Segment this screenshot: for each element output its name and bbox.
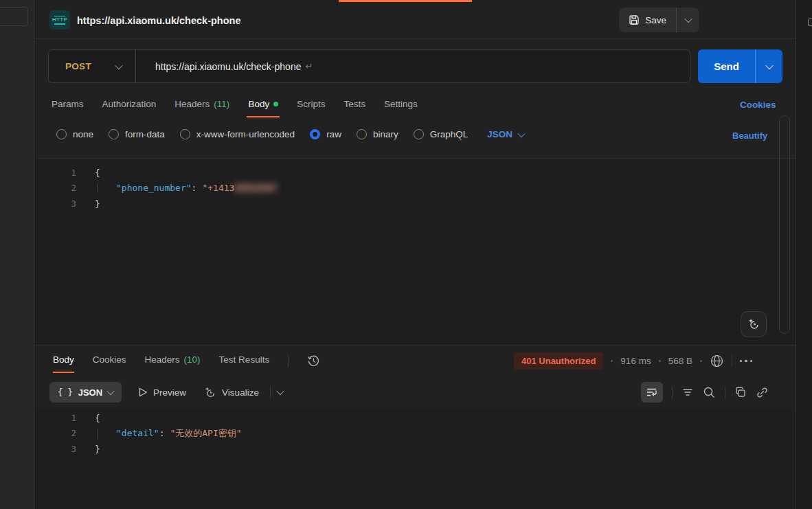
json-key: "phone_number" [116,183,192,193]
search-icon [703,386,716,399]
line-number: 3 [35,199,76,209]
line-number: 3 [35,444,76,454]
tab-tests[interactable]: Tests [343,99,365,112]
tab-label: Authorization [102,99,157,109]
chevron-down-icon [517,129,525,137]
divider [672,387,673,398]
visualize-button[interactable]: Visualize [203,386,259,399]
code-token: } [95,444,100,454]
radio-label: binary [373,129,398,139]
sidebar-collapsed-panel[interactable] [0,7,28,26]
right-sidebar [796,0,812,509]
copy-button[interactable] [734,386,747,398]
response-body-editor[interactable]: 1 { 2 "detail" : "无效的API密钥" 3 } [35,408,796,509]
tab-params[interactable]: Params [52,99,84,112]
tab-settings[interactable]: Settings [384,99,418,112]
bodytype-raw[interactable]: raw [310,129,341,139]
more-options-button[interactable] [740,360,753,363]
send-options-button[interactable] [755,49,782,83]
tab-label: Headers [145,354,180,365]
tab-label: Cookies [93,354,126,365]
bodytype-none[interactable]: none [56,129,93,139]
beautify-link[interactable]: Beautify [732,131,767,141]
send-button[interactable]: Send [698,49,782,83]
tab-label: Headers [174,99,210,109]
globe-icon [710,354,724,368]
chevron-down-icon [115,61,122,69]
format-selector[interactable]: JSON [487,129,524,139]
code-token: } [95,199,100,209]
response-tab-headers[interactable]: Headers(10) [145,354,201,367]
save-button[interactable]: Save [619,8,699,32]
save-button-label: Save [645,15,666,25]
chevron-down-icon [106,387,114,395]
preview-button[interactable]: Preview [139,387,186,398]
network-info-button[interactable] [710,354,724,368]
chevron-down-icon [765,61,773,69]
bodytype-urlencoded[interactable]: x-www-form-urlencoded [180,129,295,139]
link-button[interactable] [756,386,769,399]
save-options-button[interactable] [676,8,699,32]
tab-authorization[interactable]: Authorization [102,99,157,112]
line-number: 2 [35,428,76,438]
bodytype-binary[interactable]: binary [357,129,398,139]
dot-separator [700,360,702,362]
code-line: 3 } [35,196,796,212]
chevron-down-icon[interactable] [276,387,284,395]
visualize-sparkle-icon [203,386,216,399]
request-scrollbar-track[interactable] [779,115,790,334]
filter-button[interactable] [681,386,694,398]
response-tab-cookies[interactable]: Cookies [93,354,126,367]
line-number: 2 [35,183,76,193]
response-history-button[interactable] [307,354,320,367]
tab-body[interactable]: Body [248,99,278,112]
json-key: "detail" [116,428,159,438]
active-tab-indicator [339,0,472,2]
radio-label: raw [326,129,341,139]
left-sidebar [0,0,34,509]
dot-separator [659,360,661,362]
http-request-icon: HTTP [49,10,70,30]
radio-icon [109,129,119,139]
search-button[interactable] [703,386,716,399]
response-format-selector[interactable]: { } JSON [49,382,122,403]
copy-icon [734,386,747,398]
json-value-redacted: 5551234" [234,183,278,193]
response-tab-test-results[interactable]: Test Results [219,354,270,367]
bodytype-graphql[interactable]: GraphQL [414,129,469,139]
response-size[interactable]: 568 B [668,356,692,366]
line-number: 1 [35,168,76,178]
url-enter-hint: ↵ [301,61,313,71]
dot-separator [611,360,613,362]
wrap-lines-button[interactable] [641,382,663,403]
request-tabs: Params Authorization Headers(11) Body Sc… [52,99,418,112]
divider [732,355,732,367]
app-window: HTTP https://api.xiaomu.uk/check-phone S… [0,0,812,509]
send-button-label: Send [698,60,755,72]
visualize-label: Visualize [222,387,259,398]
request-url-bar: POST https://api.xiaomu.uk/check-phone ↵ [48,49,690,83]
response-meta: 401 Unauthorized 916 ms 568 B [514,352,752,370]
bodytype-form-data[interactable]: form-data [109,129,165,139]
cookies-link[interactable]: Cookies [740,100,776,110]
method-selector[interactable]: POST [49,61,135,71]
response-time[interactable]: 916 ms [620,356,651,366]
tab-label: Test Results [219,354,270,365]
line-number: 1 [35,413,76,423]
radio-label: GraphQL [430,129,469,139]
status-badge[interactable]: 401 Unauthorized [514,352,603,370]
tab-scripts[interactable]: Scripts [297,99,325,112]
response-right-tools [641,382,769,403]
code-line: 1 { [35,410,796,426]
tab-headers[interactable]: Headers(11) [174,99,229,112]
history-clock-icon [307,354,320,367]
divider [270,387,271,398]
url-input[interactable]: https://api.xiaomu.uk/check-phone [136,61,301,72]
link-icon [756,386,769,399]
right-rail-partial-icon[interactable] [808,19,812,26]
response-format-label: JSON [78,387,102,398]
postbot-button[interactable] [741,311,767,337]
request-body-editor[interactable]: 1 { 2 "phone_number" : "+1413 5551234" 3… [35,158,796,345]
code-token: { [95,413,100,423]
response-tab-body[interactable]: Body [53,354,74,367]
